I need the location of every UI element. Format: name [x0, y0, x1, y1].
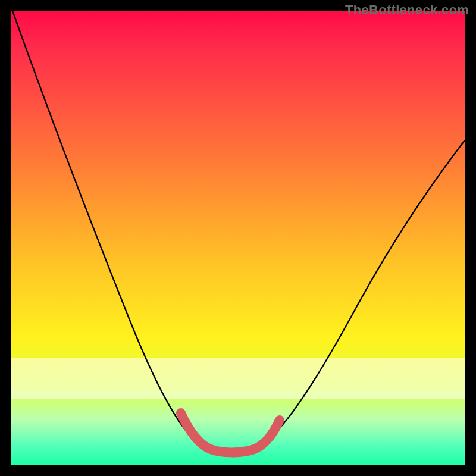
chart-plot-area: [11, 11, 465, 465]
sweet-spot-marker-path: [181, 413, 280, 452]
watermark-text: TheBottleneck.com: [345, 2, 469, 18]
chart-svg: [11, 11, 465, 465]
chart-frame: TheBottleneck.com: [0, 0, 476, 476]
bottleneck-curve-path: [12, 11, 465, 452]
